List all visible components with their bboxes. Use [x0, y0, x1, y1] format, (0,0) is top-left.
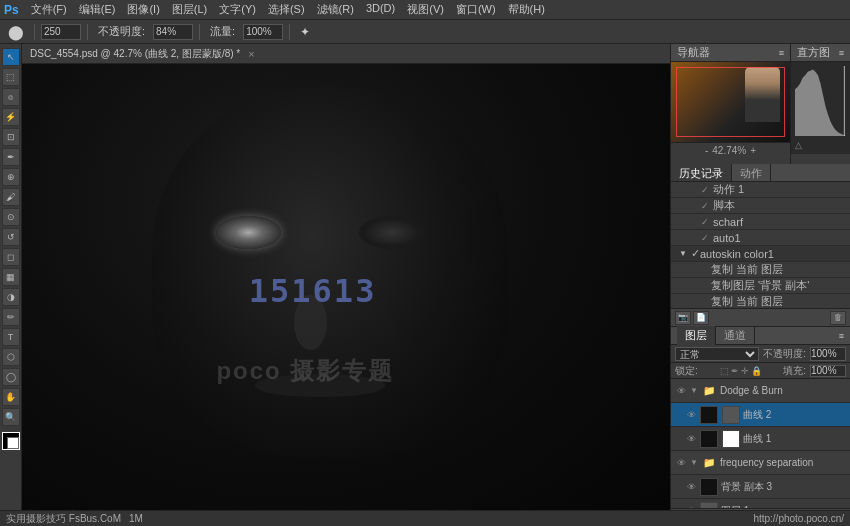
menu-view[interactable]: 视图(V): [401, 0, 450, 19]
menu-image[interactable]: 图像(I): [121, 0, 165, 19]
layer-1[interactable]: 👁 图层 1: [671, 499, 850, 508]
history-item-2[interactable]: ✓ scharf: [671, 214, 850, 230]
menu-help[interactable]: 帮助(H): [502, 0, 551, 19]
tool-marquee[interactable]: ⬚: [2, 68, 20, 86]
tool-crop[interactable]: ⊡: [2, 128, 20, 146]
tool-shape[interactable]: ◯: [2, 368, 20, 386]
navigator-header: 导航器 ≡: [671, 44, 790, 62]
layer-curve1[interactable]: 👁 曲线 1: [671, 427, 850, 451]
tool-gradient[interactable]: ▦: [2, 268, 20, 286]
brush-size-input[interactable]: [41, 24, 81, 40]
tool-wand[interactable]: ⚡: [2, 108, 20, 126]
opacity-input[interactable]: [810, 347, 846, 361]
center-text-overlay: 151613: [249, 272, 377, 310]
tab-actions[interactable]: 动作: [732, 164, 771, 181]
nav-zoom-out[interactable]: -: [705, 145, 708, 156]
history-new-snapshot[interactable]: 📷: [675, 311, 691, 325]
tool-type[interactable]: T: [2, 328, 20, 346]
layer-name-2: 曲线 2: [743, 408, 846, 422]
history-group-autoskin[interactable]: ▼ ✓ autoskin color1: [671, 246, 850, 262]
history-tabs: 历史记录 动作: [671, 164, 850, 182]
layer-vis-4[interactable]: 👁: [675, 457, 687, 469]
menu-bar-items: 文件(F) 编辑(E) 图像(I) 图层(L) 文字(Y) 选择(S) 滤镜(R…: [25, 0, 551, 19]
tool-move[interactable]: ↖: [2, 48, 20, 66]
layer-vis-3[interactable]: 👁: [685, 433, 697, 445]
layer-vis-5[interactable]: 👁: [685, 481, 697, 493]
canvas-tab[interactable]: DSC_4554.psd @ 42.7% (曲线 2, 图层蒙版/8) * ×: [22, 44, 670, 64]
toolbar-sep-1: [34, 24, 35, 40]
navigator-preview[interactable]: [671, 62, 790, 142]
navigator-zoom: - 42.74% +: [671, 142, 790, 158]
menu-edit[interactable]: 编辑(E): [73, 0, 122, 19]
layer-group-dodge[interactable]: 👁 ▼ 📁 Dodge & Burn: [671, 379, 850, 403]
history-delete[interactable]: 🗑: [830, 311, 846, 325]
opacity-input[interactable]: [153, 24, 193, 40]
layer-vis-icon[interactable]: 👁: [675, 385, 687, 397]
tool-eyedropper[interactable]: ✒: [2, 148, 20, 166]
tool-pen[interactable]: ✏: [2, 308, 20, 326]
tool-eraser[interactable]: ◻: [2, 248, 20, 266]
menu-window[interactable]: 窗口(W): [450, 0, 502, 19]
layers-options-btn[interactable]: ≡: [839, 331, 844, 341]
foreground-color[interactable]: [2, 432, 20, 450]
toolbar-sep-2: [87, 24, 88, 40]
tool-brush[interactable]: 🖌: [2, 188, 20, 206]
history-item-5[interactable]: 复制 当前 图层: [671, 262, 850, 278]
layers-panel: 图层 通道 ≡ 正常 不透明度: 锁定: ⬚ ✒ ✛ 🔒: [671, 326, 850, 526]
layer-mask-3: [722, 430, 740, 448]
lock-image[interactable]: ✒: [731, 366, 739, 376]
histogram-options-btn[interactable]: ≡: [839, 48, 844, 58]
tool-history-brush[interactable]: ↺: [2, 228, 20, 246]
menu-3d[interactable]: 3D(D): [360, 0, 401, 19]
tab-history[interactable]: 历史记录: [671, 164, 732, 181]
airbrush-icon[interactable]: ✦: [296, 24, 314, 40]
lock-position[interactable]: ✛: [741, 366, 749, 376]
canvas-image: 151613 实用摄影技巧 FsBus.CoM http://photo.poc…: [22, 64, 670, 526]
tab-layers[interactable]: 图层: [677, 326, 716, 345]
history-item-6[interactable]: 复制图层 '背景 副本': [671, 278, 850, 294]
tool-heal[interactable]: ⊕: [2, 168, 20, 186]
layer-name-3: 曲线 1: [743, 432, 846, 446]
flow-input[interactable]: [243, 24, 283, 40]
history-item-3[interactable]: ✓ auto1: [671, 230, 850, 246]
canvas-tab-title: DSC_4554.psd @ 42.7% (曲线 2, 图层蒙版/8) *: [30, 47, 240, 61]
menu-filter[interactable]: 滤镜(R): [311, 0, 360, 19]
history-new-doc[interactable]: 📄: [693, 311, 709, 325]
opacity-label: 不透明度:: [763, 347, 806, 361]
history-item-7[interactable]: 复制 当前 图层: [671, 294, 850, 308]
tool-clone[interactable]: ⊙: [2, 208, 20, 226]
nav-zoom-in[interactable]: +: [750, 145, 756, 156]
tool-zoom[interactable]: 🔍: [2, 408, 20, 426]
canvas-close-btn[interactable]: ×: [248, 48, 254, 60]
navigator-options-btn[interactable]: ≡: [779, 48, 784, 58]
navigator-title: 导航器: [677, 45, 710, 60]
lock-transparent[interactable]: ⬚: [720, 366, 729, 376]
layers-header: 图层 通道 ≡: [671, 327, 850, 345]
menu-select[interactable]: 选择(S): [262, 0, 311, 19]
menu-layer[interactable]: 图层(L): [166, 0, 213, 19]
layer-group-name: Dodge & Burn: [720, 385, 846, 396]
canvas-content[interactable]: 151613 实用摄影技巧 FsBus.CoM http://photo.poc…: [22, 64, 670, 526]
tool-path[interactable]: ⬡: [2, 348, 20, 366]
tab-channels[interactable]: 通道: [716, 326, 755, 345]
toolbar: ⬤ 不透明度: 流量: ✦: [0, 20, 850, 44]
poco-watermark: poco 摄影专题: [216, 355, 394, 387]
lock-label: 锁定:: [675, 364, 698, 378]
fill-input[interactable]: [810, 365, 846, 377]
menu-file[interactable]: 文件(F): [25, 0, 73, 19]
tool-lasso[interactable]: ⌾: [2, 88, 20, 106]
menu-type[interactable]: 文字(Y): [213, 0, 262, 19]
lock-all[interactable]: 🔒: [751, 366, 762, 376]
tool-hand[interactable]: ✋: [2, 388, 20, 406]
status-right: http://photo.poco.cn/: [753, 513, 844, 524]
history-item-0[interactable]: ✓ 动作 1: [671, 182, 850, 198]
layer-bg3[interactable]: 👁 背景 副本 3: [671, 475, 850, 499]
tool-dodge[interactable]: ◑: [2, 288, 20, 306]
history-item-1[interactable]: ✓ 脚本: [671, 198, 850, 214]
app-logo: Ps: [4, 3, 19, 17]
histogram-svg: [795, 66, 846, 136]
layer-group-freq[interactable]: 👁 ▼ 📁 frequency separation: [671, 451, 850, 475]
blend-mode-select[interactable]: 正常: [675, 347, 759, 361]
layer-curve2[interactable]: 👁 曲线 2: [671, 403, 850, 427]
layer-vis-2[interactable]: 👁: [685, 409, 697, 421]
